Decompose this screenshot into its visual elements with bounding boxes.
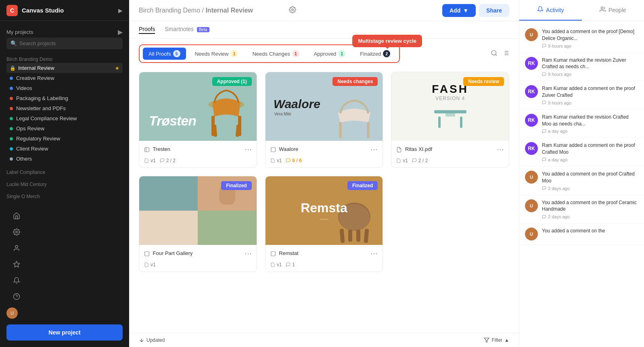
proof-comments-remstat: 1: [286, 262, 295, 268]
gallery-cell-1: [139, 176, 198, 211]
new-project-button[interactable]: New project: [6, 324, 123, 341]
dot-icon-regulatory: [10, 137, 13, 140]
proof-card-waalore[interactable]: Waalore Vera Mite Needs changes Waalore: [265, 72, 383, 168]
dot-icon-packaging: [10, 97, 13, 100]
search-input[interactable]: [19, 40, 119, 46]
activity-text-6: You added a comment on the proof Crafted…: [542, 171, 638, 184]
nav-home[interactable]: [6, 208, 123, 224]
activity-item-4: RK Ram Kumar marked the revision Crafted…: [519, 110, 644, 138]
activity-avatar-2: RK: [525, 57, 538, 70]
svg-rect-21: [339, 122, 342, 138]
proof-version-remstat: v1: [270, 262, 282, 268]
activity-item-1: U You added a comment on the proof [Demo…: [519, 24, 644, 53]
nav-settings[interactable]: [6, 224, 123, 240]
sidebar-item-packaging[interactable]: Packaging & Labelling: [6, 93, 123, 103]
proof-card-gallery[interactable]: Finalized Four Part Gallery ⋯ v1: [139, 176, 257, 272]
proof-more-ritas[interactable]: ⋯: [497, 145, 504, 154]
activity-text-3: Ram Kumar added a comment on the proof Z…: [542, 85, 638, 99]
view-toggle-button[interactable]: [502, 50, 509, 58]
proof-thumb-ritas: FASH VERSION 4 Needs review: [391, 72, 509, 141]
tresten-thumbnail: Trøsten Approved (1): [139, 72, 257, 141]
sidebar-item-others[interactable]: Others: [6, 154, 123, 164]
sidebar-item-newsletter[interactable]: Newsletter and PDFs: [6, 103, 123, 113]
proof-title-remstat: Remstat: [270, 250, 299, 257]
project-group-label-compliance[interactable]: Label Compliance: [6, 167, 123, 176]
proof-info-ritas: Ritas XI.pdf ⋯: [391, 141, 509, 158]
filter-needs-changes[interactable]: Needs Changes 1: [247, 48, 305, 60]
nav-help[interactable]: [6, 289, 123, 304]
add-button[interactable]: Add ▼: [442, 4, 476, 17]
search-proofs-button[interactable]: [491, 50, 498, 58]
header-actions: Add ▼ Share: [442, 4, 509, 17]
activity-text-2: Ram Kumar marked the revision Zuiver Cra…: [542, 57, 638, 71]
sort-button[interactable]: Updated: [139, 337, 165, 343]
comment-time-icon-3: [542, 100, 546, 105]
svg-point-1: [15, 245, 18, 248]
proof-more-waalore[interactable]: ⋯: [370, 145, 378, 154]
breadcrumb-separator: /: [200, 7, 205, 14]
proof-more-tresten[interactable]: ⋯: [245, 145, 252, 154]
user-avatar-nav[interactable]: U: [6, 305, 123, 321]
proof-more-gallery[interactable]: ⋯: [245, 249, 252, 258]
svg-rect-24: [434, 110, 466, 113]
activity-item-2: RK Ram Kumar marked the revision Zuiver …: [519, 53, 644, 82]
proof-sub-tresten: v1 2 / 2: [139, 158, 257, 167]
filter-count-approved: 1: [338, 50, 345, 57]
proofs-filters: Multistage review cycle All Proofs 5 Nee…: [129, 39, 519, 67]
filter-footer-button[interactable]: Filter ▲: [484, 337, 509, 343]
activity-item-3: RK Ram Kumar added a comment on the proo…: [519, 81, 644, 110]
status-badge-remstat: Finalized: [347, 181, 378, 190]
svg-rect-34: [356, 230, 360, 242]
nav-star[interactable]: [6, 257, 123, 272]
activity-avatar-3: RK: [525, 85, 538, 98]
activity-content-5: Ram Kumar added a comment on the proof C…: [542, 142, 638, 162]
main-header: Birch Branding Demo / Internal Review Ad…: [129, 0, 519, 21]
activity-avatar-8: U: [525, 228, 538, 240]
sidebar-item-ops[interactable]: Ops Review: [6, 123, 123, 134]
projects-more-icon[interactable]: ▶: [118, 28, 123, 36]
activity-content-7: You added a comment on the proof Ceramic…: [542, 199, 638, 219]
sidebar-item-client[interactable]: Client Review: [6, 144, 123, 154]
tab-activity[interactable]: Activity: [519, 0, 582, 21]
filter-needs-review[interactable]: Needs Review 1: [189, 48, 244, 60]
tab-people[interactable]: People: [582, 0, 644, 21]
comment-time-icon-1: [542, 44, 546, 48]
lock-icon: 🔒: [10, 65, 16, 71]
sidebar-item-label-creative-review: Creative Review: [16, 75, 54, 81]
proof-more-remstat[interactable]: ⋯: [370, 249, 378, 258]
sidebar-item-videos[interactable]: Videos: [6, 83, 123, 93]
nav-user[interactable]: [6, 240, 123, 256]
comment-time-icon-7: [542, 215, 546, 219]
sidebar-item-label-packaging: Packaging & Labelling: [16, 95, 68, 101]
activity-text-5: Ram Kumar added a comment on the proof C…: [542, 142, 638, 156]
remstat-thumbnail: Remsta —— Finalized: [266, 176, 383, 245]
settings-icon[interactable]: [289, 6, 296, 15]
filter-finalized[interactable]: Finalized 2: [354, 48, 396, 60]
svg-rect-22: [367, 122, 370, 138]
svg-rect-28: [145, 252, 149, 256]
sidebar-item-legal[interactable]: Legal Compliance Review: [6, 113, 123, 123]
proof-card-remstat[interactable]: Remsta —— Finalized: [265, 176, 383, 272]
tab-proofs[interactable]: Proofs: [139, 26, 155, 34]
proof-version-tresten: v1: [144, 158, 156, 163]
activity-text-1: You added a comment on the proof [Demo] …: [542, 28, 638, 42]
search-icon: 🔍: [10, 40, 17, 46]
dot-icon-ops: [10, 127, 13, 130]
filter-all-proofs[interactable]: All Proofs 5: [143, 48, 186, 60]
search-box[interactable]: 🔍: [6, 38, 123, 49]
breadcrumb-project[interactable]: Birch Branding Demo: [139, 7, 200, 14]
sidebar-item-label-others: Others: [16, 156, 32, 162]
proof-card-tresten[interactable]: Trøsten Approved (1): [139, 72, 257, 168]
sidebar-item-creative-review[interactable]: Creative Review: [6, 73, 123, 83]
sidebar-collapse-button[interactable]: ▶: [118, 7, 123, 14]
sidebar-item-regulatory[interactable]: Regulatory Review: [6, 134, 123, 144]
project-group-single[interactable]: Single O Merch: [6, 191, 123, 200]
activity-item-5: RK Ram Kumar added a comment on the proo…: [519, 138, 644, 167]
sidebar-item-internal-review[interactable]: 🔒 Internal Review ★: [6, 63, 123, 73]
proof-card-ritas[interactable]: FASH VERSION 4 Needs review Ritas XI.pdf: [391, 72, 509, 168]
filter-approved[interactable]: Approved 1: [308, 48, 351, 60]
project-group-lucile[interactable]: Lucile Mid Century: [6, 179, 123, 188]
share-button[interactable]: Share: [479, 4, 509, 17]
tab-smartnotes[interactable]: Smartnotes Beta: [165, 26, 209, 34]
nav-bell[interactable]: [6, 273, 123, 288]
